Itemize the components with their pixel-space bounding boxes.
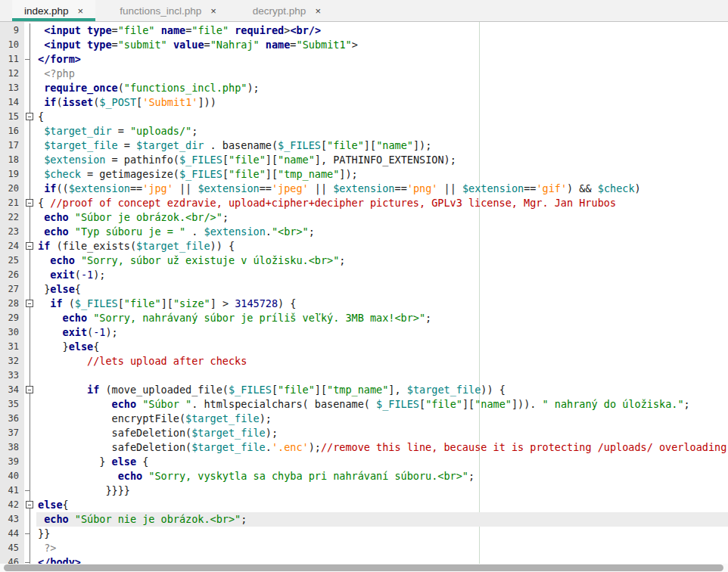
code-line-22[interactable]: 22 echo "Súbor je obrázok.<br/>"; [0, 210, 728, 225]
code-text: echo "Sorry, súbor už existuje v úložisk… [36, 253, 728, 268]
fold-collapse-icon[interactable] [26, 199, 33, 207]
tab-index-php[interactable]: index.php× [12, 0, 95, 21]
fold-margin [24, 124, 36, 138]
fold-margin [24, 153, 36, 167]
code-line-13[interactable]: 13 require_once("functions_incl.php"); [0, 81, 728, 95]
code-line-16[interactable]: 16 $target_dir = "uploads/"; [0, 124, 728, 138]
code-text: ?> [36, 541, 728, 555]
fold-collapse-icon[interactable] [26, 386, 33, 393]
code-line-39[interactable]: 39 } else { [0, 455, 728, 469]
fold-margin [24, 110, 36, 124]
code-line-17[interactable]: 17 $target_file = $target_dir . basename… [0, 138, 728, 153]
code-line-20[interactable]: 20 if(($extension=='jpg' || $extension==… [0, 182, 728, 196]
line-number: 26 [0, 268, 24, 282]
code-line-38[interactable]: 38 safeDeletion($target_file.'.enc');//r… [0, 440, 728, 455]
line-number: 29 [0, 311, 24, 325]
fold-margin [24, 52, 36, 67]
fold-collapse-icon[interactable] [26, 300, 33, 307]
fold-margin [24, 311, 36, 325]
line-number: 37 [0, 426, 24, 440]
fold-collapse-icon[interactable] [26, 242, 33, 250]
tab-close-icon[interactable]: × [78, 6, 84, 16]
code-text: if (file_exists($target_file)) { [36, 239, 728, 253]
code-line-33[interactable]: 33 [0, 368, 728, 383]
code-line-28[interactable]: 28 if ($_FILES["file"]["size"] > 3145728… [0, 297, 728, 311]
tab-label: index.php [24, 5, 69, 17]
code-line-40[interactable]: 40 echo "Sorry, vyskytla sa chyba pri na… [0, 469, 728, 483]
code-line-27[interactable]: 27 }else{ [0, 282, 728, 297]
line-number: 10 [0, 38, 24, 52]
tab-close-icon[interactable]: × [210, 6, 216, 16]
code-line-25[interactable]: 25 echo "Sorry, súbor už existuje v úlož… [0, 253, 728, 268]
fold-margin [24, 498, 36, 512]
line-number: 21 [0, 196, 24, 210]
code-line-23[interactable]: 23 echo "Typ súboru je = " . $extension.… [0, 225, 728, 239]
fold-collapse-icon[interactable] [26, 113, 33, 120]
fold-margin [24, 512, 36, 527]
code-text: </form> [36, 52, 728, 67]
tab-bar: index.php×functions_incl.php×decrypt.php… [0, 0, 728, 22]
code-line-42[interactable]: 42else{ [0, 498, 728, 512]
fold-end-mark [25, 59, 30, 60]
fold-margin [24, 225, 36, 239]
code-line-32[interactable]: 32 //lets upload after checks [0, 354, 728, 368]
fold-margin [24, 340, 36, 354]
line-number: 18 [0, 153, 24, 167]
fold-margin [24, 383, 36, 397]
code-line-30[interactable]: 30 exit(-1); [0, 325, 728, 340]
code-line-14[interactable]: 14 if(isset($_POST['Submit1'])) [0, 95, 728, 110]
fold-margin [24, 527, 36, 541]
code-line-10[interactable]: 10 <input type="submit" value="Nahraj" n… [0, 38, 728, 52]
code-text: if(($extension=='jpg' || $extension=='jp… [36, 182, 728, 196]
code-line-36[interactable]: 36 encryptFile($target_file); [0, 412, 728, 426]
fold-collapse-icon[interactable] [26, 501, 33, 508]
code-line-24[interactable]: 24if (file_exists($target_file)) { [0, 239, 728, 253]
code-line-34[interactable]: 34 if (move_uploaded_file($_FILES["file"… [0, 383, 728, 397]
code-line-12[interactable]: 12 <?php [0, 67, 728, 81]
code-text: safeDeletion($target_file.'.enc');//remo… [36, 440, 728, 455]
code-text: exit(-1); [36, 325, 728, 340]
code-line-15[interactable]: 15{ [0, 110, 728, 124]
code-text: }}}} [36, 483, 728, 498]
line-number: 28 [0, 297, 24, 311]
line-number: 22 [0, 210, 24, 225]
code-text: else{ [36, 498, 728, 512]
code-line-11[interactable]: 11</form> [0, 52, 728, 67]
fold-margin [24, 38, 36, 52]
line-number: 20 [0, 182, 24, 196]
code-text: echo "Súbor ". htmlspecialchars( basenam… [36, 397, 728, 412]
code-line-29[interactable]: 29 echo "Sorry, nahrávaný súbor je príli… [0, 311, 728, 325]
fold-margin [24, 412, 36, 426]
code-text: safeDeletion($target_file); [36, 426, 728, 440]
line-number: 35 [0, 397, 24, 412]
code-line-37[interactable]: 37 safeDeletion($target_file); [0, 426, 728, 440]
fold-margin [24, 455, 36, 469]
code-line-41[interactable]: 41 }}}} [0, 483, 728, 498]
horizontal-scrollbar[interactable] [0, 564, 728, 572]
line-number: 17 [0, 138, 24, 153]
line-number: 19 [0, 167, 24, 182]
code-line-31[interactable]: 31 }else{ [0, 340, 728, 354]
code-line-45[interactable]: 45 ?> [0, 541, 728, 555]
fold-margin [24, 182, 36, 196]
code-line-43[interactable]: 43 echo "Súbor nie je obrázok.<br>"; [0, 512, 728, 527]
code-line-21[interactable]: 21{ //proof of concept ezdravie, upload+… [0, 196, 728, 210]
tab-decrypt-php[interactable]: decrypt.php× [241, 0, 333, 21]
horizontal-scrollbar-thumb[interactable] [4, 564, 723, 571]
code-area[interactable]: 9 <input type="file" name="file" require… [0, 23, 728, 570]
code-line-9[interactable]: 9 <input type="file" name="file" require… [0, 23, 728, 38]
code-line-44[interactable]: 44}} [0, 527, 728, 541]
code-line-18[interactable]: 18 $extension = pathinfo($_FILES["file"]… [0, 153, 728, 167]
line-number: 30 [0, 325, 24, 340]
line-number: 9 [0, 23, 24, 38]
tab-functions-incl-php[interactable]: functions_incl.php× [107, 0, 229, 21]
tab-label: functions_incl.php [120, 5, 201, 17]
fold-margin [24, 483, 36, 498]
line-number: 44 [0, 527, 24, 541]
code-line-26[interactable]: 26 exit(-1); [0, 268, 728, 282]
code-line-35[interactable]: 35 echo "Súbor ". htmlspecialchars( base… [0, 397, 728, 412]
code-line-19[interactable]: 19 $check = getimagesize($_FILES["file"]… [0, 167, 728, 182]
fold-margin [24, 210, 36, 225]
tab-close-icon[interactable]: × [315, 6, 321, 16]
fold-margin [24, 239, 36, 253]
